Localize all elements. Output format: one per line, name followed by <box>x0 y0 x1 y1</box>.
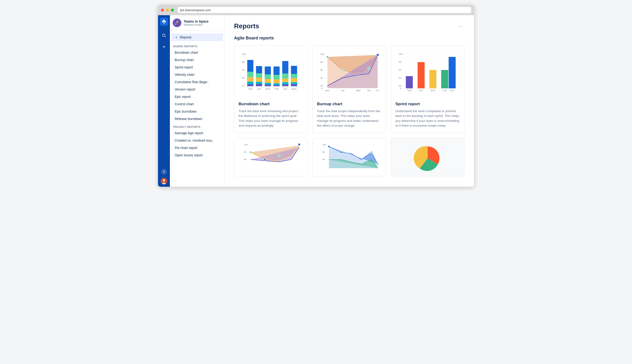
sprint-info: Sprint report Understand the work comple… <box>391 98 464 133</box>
svg-point-71 <box>342 69 344 71</box>
sidebar-item-age[interactable]: Average Age report <box>171 130 223 136</box>
back-label: Reports <box>180 36 192 39</box>
burnup-card[interactable]: 100 80 60 40 20 0 <box>312 46 386 133</box>
more-options-button[interactable]: ··· <box>457 22 464 30</box>
svg-rect-95 <box>448 57 456 88</box>
svg-rect-91 <box>406 76 413 88</box>
svg-point-109 <box>250 151 252 153</box>
svg-point-73 <box>368 68 370 70</box>
svg-point-72 <box>357 73 359 75</box>
main-content: Reports ··· Agile Board reports 100 80 6… <box>224 15 474 187</box>
sidebar-item-pie[interactable]: Pie chart report <box>171 144 223 151</box>
svg-point-111 <box>278 155 280 157</box>
svg-text:STA: STA <box>450 89 454 92</box>
svg-text:20: 20 <box>242 84 244 87</box>
sidebar-item-velocity[interactable]: Velocity chart <box>171 71 223 78</box>
maximize-dot[interactable] <box>171 8 174 12</box>
sidebar-nav: Reports BOARD REPORTS Burndown chart Bur… <box>170 31 224 161</box>
user-avatar[interactable] <box>160 178 167 184</box>
svg-rect-28 <box>256 84 262 86</box>
reports-grid: 100 80 60 40 20 <box>234 46 464 133</box>
svg-point-125 <box>371 151 373 153</box>
burndown-card[interactable]: 100 80 60 40 20 <box>234 46 308 133</box>
project-header: 🚀 Teams in Space Software project <box>170 15 224 31</box>
nav-bottom: ? <box>160 169 167 184</box>
control-chart-area <box>391 138 464 176</box>
svg-point-74 <box>376 54 379 56</box>
icon-nav: ? <box>158 15 170 187</box>
svg-text:20: 20 <box>320 84 323 87</box>
svg-text:100: 100 <box>244 144 247 146</box>
svg-point-112 <box>298 143 300 146</box>
sidebar-item-burndown[interactable]: Burndown chart <box>171 49 223 56</box>
create-icon[interactable] <box>160 43 168 50</box>
page-title: Reports <box>234 22 259 30</box>
burnup-name: Burnup chart <box>317 102 382 106</box>
browser-bar: jira.teamsinspace.com <box>158 5 474 15</box>
sidebar-item-burnup[interactable]: Burnup chart <box>171 56 223 64</box>
svg-text:100: 100 <box>242 53 246 55</box>
minimize-dot[interactable] <box>166 8 169 12</box>
sidebar-item-open-issues[interactable]: Open issues report <box>171 152 223 159</box>
svg-text:TYR: TYR <box>443 89 447 92</box>
sidebar-item-epic-burndown[interactable]: Epic burndown <box>171 108 223 115</box>
svg-text:40: 40 <box>399 77 401 79</box>
svg-text:0: 0 <box>400 87 401 90</box>
sidebar-item-control[interactable]: Control chart <box>171 100 223 108</box>
jira-logo[interactable] <box>160 18 168 26</box>
svg-text:LNT: LNT <box>419 89 424 92</box>
version-card[interactable]: 100 80 60 <box>312 138 386 176</box>
svg-text:80: 80 <box>320 61 323 63</box>
svg-point-110 <box>264 158 266 160</box>
svg-rect-93 <box>429 70 436 88</box>
sidebar: 🚀 Teams in Space Software project Report… <box>170 15 224 187</box>
svg-text:80: 80 <box>322 151 325 153</box>
board-reports-label: BOARD REPORTS <box>170 42 224 49</box>
svg-text:TGR: TGR <box>248 88 253 90</box>
svg-line-1 <box>165 36 165 37</box>
svg-text:LNT: LNT <box>257 88 261 90</box>
velocity-chart-area: 100 80 60 <box>234 138 308 176</box>
help-icon[interactable]: ? <box>161 169 167 175</box>
svg-rect-43 <box>282 84 288 86</box>
svg-text:100: 100 <box>322 144 326 146</box>
burnup-info: Burnup chart Track the total scope indep… <box>313 98 386 133</box>
burnup-desc: Track the total scope independently from… <box>317 109 382 128</box>
sidebar-item-version[interactable]: Version report <box>171 86 223 93</box>
burndown-chart-area: 100 80 60 40 20 <box>234 46 308 98</box>
svg-point-70 <box>326 56 328 58</box>
svg-text:Wed: Wed <box>356 89 360 92</box>
section-title: Agile Board reports <box>234 36 464 41</box>
reports-grid-2: 100 80 60 <box>234 138 464 176</box>
sidebar-item-release[interactable]: Release burndown <box>171 115 223 122</box>
svg-text:TYR: TYR <box>274 88 279 90</box>
svg-point-126 <box>376 163 379 165</box>
sprint-card[interactable]: 100 80 60 40 20 0 <box>391 46 464 133</box>
svg-text:BTN: BTN <box>266 88 270 90</box>
svg-point-5 <box>163 179 165 182</box>
sidebar-item-epic[interactable]: Epic report <box>171 93 223 100</box>
control-card[interactable] <box>391 138 464 176</box>
svg-rect-33 <box>265 84 271 86</box>
svg-text:🚀: 🚀 <box>174 20 180 25</box>
sidebar-item-cumulative[interactable]: Cumulative flow diagri.. <box>171 78 223 86</box>
burndown-desc: Track the total work remaining and proje… <box>238 109 303 128</box>
svg-text:100: 100 <box>399 53 402 55</box>
address-bar[interactable]: jira.teamsinspace.com <box>178 7 471 13</box>
velocity-card[interactable]: 100 80 60 <box>234 138 308 176</box>
svg-text:60: 60 <box>322 158 325 160</box>
svg-text:Fri: Fri <box>376 89 379 92</box>
svg-text:80: 80 <box>399 61 401 63</box>
sprint-name: Sprint report <box>395 102 460 106</box>
back-button[interactable]: Reports <box>171 34 223 41</box>
svg-text:Tue: Tue <box>341 89 345 92</box>
svg-rect-23 <box>247 84 254 86</box>
sprint-chart-area: 100 80 60 40 20 0 <box>391 46 464 98</box>
search-icon[interactable] <box>160 32 168 39</box>
svg-text:60: 60 <box>320 69 323 71</box>
close-dot[interactable] <box>161 8 164 12</box>
svg-text:60: 60 <box>244 158 246 160</box>
svg-text:STA: STA <box>283 88 288 90</box>
sidebar-item-sprint[interactable]: Sprint report <box>171 64 223 71</box>
sidebar-item-created-resolved[interactable]: Created vs. resolved issu.. <box>171 137 223 144</box>
